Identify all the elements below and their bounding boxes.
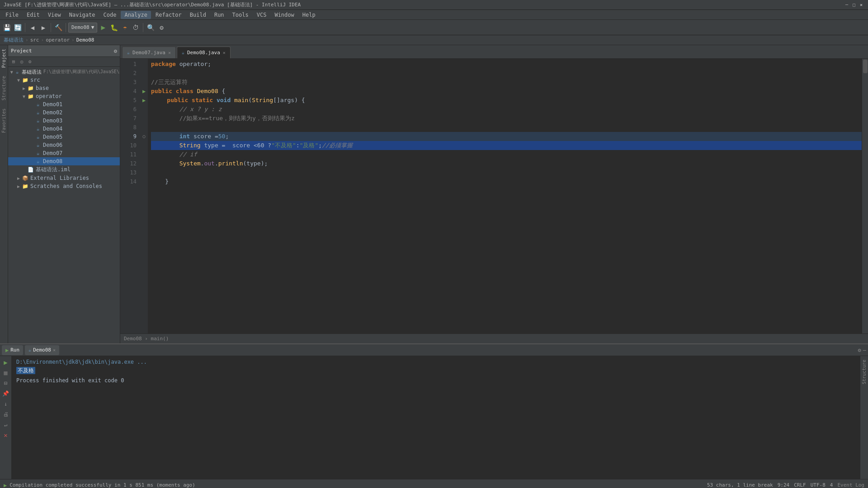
toolbar-profile[interactable]: ⏱: [131, 23, 141, 33]
menu-help[interactable]: Help: [299, 11, 319, 19]
tree-item-scratches[interactable]: ▶ 📁 Scratches and Consoles: [8, 182, 120, 190]
tree-item-demo01[interactable]: ☕ Demo01: [8, 100, 120, 108]
tree-item-operator[interactable]: ▼ 📁 operator: [8, 92, 120, 100]
toolbar-sep2: [51, 23, 51, 32]
debug-button[interactable]: 🐛: [109, 23, 119, 33]
toolbar-coverage[interactable]: ☂: [120, 23, 130, 33]
breadcrumb-operator[interactable]: operator: [46, 37, 70, 43]
toolbar-search[interactable]: 🔍: [146, 23, 156, 33]
position-info[interactable]: 9:24: [778, 482, 790, 488]
menu-code[interactable]: Code: [100, 11, 120, 19]
maximize-btn[interactable]: □: [851, 2, 857, 8]
demo08-run-tab-close[interactable]: ✕: [53, 347, 56, 352]
pin-tab-btn[interactable]: 📌: [1, 389, 10, 398]
tab-demo07-icon: ☕: [127, 50, 130, 55]
tree-item-src[interactable]: ▼ 📁 src: [8, 76, 120, 84]
close-run-btn[interactable]: ✕: [1, 431, 10, 440]
scroll-to-end-btn[interactable]: ↓: [1, 399, 10, 408]
titlebar-controls[interactable]: ─ □ ✕: [844, 2, 864, 8]
code-line-11: // if: [151, 150, 862, 159]
code-editor[interactable]: 1 2 3 4 5 6 7 8 9 10 11 12 13 14 ▶: [120, 59, 868, 333]
tree-item-root[interactable]: ▼ ☕ 基础语法 F:\进级管理\网课班\代码\JavaSE\基础...: [8, 68, 120, 76]
tree-item-ext-libs[interactable]: ▶ 📦 External Libraries: [8, 174, 120, 182]
code-line-4: public class Demo08 {: [151, 87, 862, 96]
editor-scrollbar[interactable]: [862, 59, 868, 333]
tree-item-demo03[interactable]: ☕ Demo03: [8, 117, 120, 125]
toolbar-sync[interactable]: 🔄: [13, 23, 23, 33]
menu-view[interactable]: View: [44, 11, 65, 19]
main-layout: Project Structure Favorites Project ⚙ ⊞ …: [0, 45, 868, 343]
compilation-status: Compilation completed successfully in 1 …: [9, 482, 195, 488]
tree-item-demo06[interactable]: ☕ Demo06: [8, 141, 120, 149]
structure-side-btn[interactable]: Structure: [861, 358, 868, 386]
project-settings-icon[interactable]: ⚙: [114, 48, 117, 54]
menu-edit[interactable]: Edit: [23, 11, 43, 19]
close-btn[interactable]: ✕: [858, 2, 864, 8]
breadcrumb-root[interactable]: 基础语法: [4, 37, 24, 43]
toolbar-forward[interactable]: ▶: [38, 23, 48, 33]
breakpoint-line9[interactable]: ○: [142, 132, 145, 141]
panel-settings-icon[interactable]: ⚙: [858, 347, 861, 353]
rerun-button[interactable]: ▶: [1, 358, 10, 367]
tree-item-base[interactable]: ▶ 📁 base: [8, 84, 120, 92]
run-tab[interactable]: ▶ Run: [2, 345, 23, 355]
breadcrumb-src[interactable]: src: [30, 37, 39, 43]
tree-item-demo07[interactable]: ☕ Demo07: [8, 149, 120, 157]
stop-button[interactable]: ■: [1, 368, 10, 377]
panel-minimize-icon[interactable]: —: [863, 347, 866, 353]
favorites-strip-btn[interactable]: Favorites: [0, 106, 7, 136]
project-collapse-btn[interactable]: ⊞: [10, 58, 17, 66]
menu-analyze[interactable]: Analyze: [121, 11, 151, 19]
menu-vcs[interactable]: VCS: [253, 11, 270, 19]
folder-base-icon: 📁: [27, 84, 34, 92]
toolbar-back[interactable]: ◀: [28, 23, 38, 33]
menu-navigate[interactable]: Navigate: [66, 11, 99, 19]
project-strip-btn[interactable]: Project: [0, 46, 7, 70]
menu-build[interactable]: Build: [186, 11, 210, 19]
tree-label-demo04: Demo04: [43, 126, 62, 132]
output-line-path: D:\Environment\jdk8\jdk\bin\java.exe ...: [16, 359, 855, 365]
menu-run[interactable]: Run: [211, 11, 228, 19]
project-title: Project: [11, 48, 32, 54]
run-gutter-line5[interactable]: ▶: [142, 96, 146, 105]
tab-demo07[interactable]: ☕ Demo07.java ✕: [122, 47, 176, 58]
tab-demo07-close[interactable]: ✕: [168, 50, 171, 55]
menu-tools[interactable]: Tools: [229, 11, 252, 19]
code-line-14: }: [151, 177, 862, 186]
project-settings2-btn[interactable]: ⚙: [26, 58, 33, 66]
menu-window[interactable]: Window: [271, 11, 297, 19]
run-gutter-line4[interactable]: ▶: [142, 87, 146, 96]
tree-item-demo04[interactable]: ☕ Demo04: [8, 125, 120, 133]
code-content[interactable]: package operator; //三元运算符 public class D…: [148, 59, 862, 333]
run-config-dropdown[interactable]: Demo08 ▼: [68, 23, 97, 33]
toolbar-sep1: [25, 23, 25, 32]
tree-item-iml[interactable]: 📄 基础语法.iml: [8, 165, 120, 174]
toolbar-save[interactable]: 💾: [2, 23, 12, 33]
statusbar-right: 53 chars, 1 line break 9:24 CRLF UTF-8 4…: [707, 482, 864, 488]
toolbar-build[interactable]: 🔨: [53, 23, 63, 33]
encoding-info[interactable]: UTF-8: [811, 482, 826, 488]
minimize-btn[interactable]: ─: [844, 2, 850, 8]
output-line-process: Process finished with exit code 0: [16, 377, 855, 384]
toolbar-settings[interactable]: ⚙: [156, 23, 166, 33]
soft-wrap-btn[interactable]: ↵: [1, 420, 10, 429]
project-header: Project ⚙: [8, 45, 120, 57]
tab-demo08-close[interactable]: ✕: [223, 50, 226, 55]
breadcrumb-file[interactable]: Demo08: [76, 37, 94, 43]
tree-item-demo02[interactable]: ☕ Demo02: [8, 108, 120, 117]
code-line-12: System.out.println(type);: [151, 159, 862, 168]
print-btn[interactable]: 🖨: [1, 410, 10, 419]
tab-demo08[interactable]: ☕ Demo08.java ✕: [177, 47, 231, 58]
indent-info: 4: [830, 482, 833, 488]
demo08-run-tab[interactable]: ☕ Demo08 ✕: [25, 345, 59, 355]
restore-layout-btn[interactable]: ⊟: [1, 379, 10, 388]
menu-refactor[interactable]: Refactor: [152, 11, 185, 19]
structure-strip-btn[interactable]: Structure: [0, 73, 7, 103]
run-button[interactable]: ▶: [98, 23, 108, 33]
line-sep-info[interactable]: CRLF: [794, 482, 806, 488]
menu-file[interactable]: File: [2, 11, 22, 19]
event-log[interactable]: Event Log: [837, 482, 864, 488]
tree-item-demo05[interactable]: ☕ Demo05: [8, 133, 120, 141]
project-locate-btn[interactable]: ◎: [18, 58, 25, 66]
tree-item-demo08[interactable]: ☕ Demo08: [8, 157, 120, 165]
